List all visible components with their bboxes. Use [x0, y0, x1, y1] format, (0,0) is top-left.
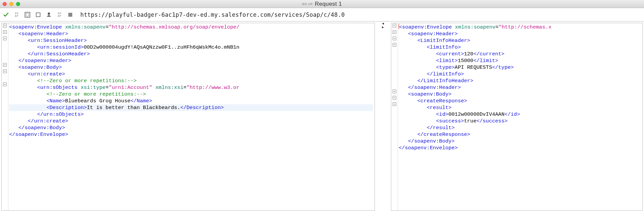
arrow-left-icon: ◀ [382, 22, 384, 25]
svg-point-3 [48, 12, 50, 15]
fold-toggle[interactable] [393, 43, 396, 47]
request-pane: <soapenv:Envelope xmlns:soapenv="http://… [1, 23, 375, 211]
fold-toggle[interactable] [3, 37, 7, 40]
fold-toggle[interactable] [3, 69, 7, 73]
request-fold-gutter[interactable] [2, 23, 8, 210]
auth-stamp-button[interactable] [44, 10, 54, 19]
request-xml-editor[interactable]: <soapenv:Envelope xmlns:soapenv="http://… [8, 23, 375, 210]
window-titlebar: SO AP Request 1 [0, 0, 644, 8]
fold-toggle[interactable] [3, 83, 7, 86]
stop-button[interactable] [33, 10, 43, 19]
close-window-button[interactable] [3, 2, 7, 6]
toolbar: SOAP SOAP [0, 8, 644, 21]
fold-toggle[interactable] [393, 30, 396, 34]
split-handle[interactable]: ◀ ▶ [376, 21, 390, 212]
endpoint-url-input[interactable] [78, 10, 643, 19]
svg-rect-4 [48, 15, 50, 16]
fold-toggle[interactable] [393, 24, 396, 28]
response-pane: <soapenv:Envelope xmlns:soapenv="http://… [391, 23, 643, 211]
svg-rect-0 [25, 12, 30, 17]
response-xml-viewer[interactable]: <soapenv:Envelope xmlns:soapenv="http://… [398, 23, 642, 210]
fold-toggle[interactable] [3, 30, 7, 34]
main-split: <soapenv:Envelope xmlns:soapenv="http://… [0, 21, 644, 212]
soap-icon[interactable]: SOAP [12, 10, 21, 19]
svg-rect-6 [68, 13, 72, 17]
svg-rect-2 [36, 13, 40, 17]
square-icon[interactable] [66, 10, 75, 19]
soap-icon-secondary[interactable]: SOAP [55, 10, 64, 19]
svg-rect-1 [26, 13, 29, 16]
zoom-window-button[interactable] [16, 2, 20, 6]
traffic-lights [3, 2, 20, 6]
send-request-button[interactable] [1, 10, 11, 19]
fold-toggle[interactable] [393, 37, 396, 40]
svg-rect-5 [47, 16, 51, 17]
window-title: Request 1 [315, 1, 342, 7]
minimize-window-button[interactable] [9, 2, 13, 6]
fold-toggle[interactable] [3, 24, 7, 28]
fold-toggle[interactable] [393, 96, 396, 100]
fold-toggle[interactable] [3, 63, 7, 67]
fold-toggle[interactable] [393, 102, 396, 106]
arrow-right-icon: ▶ [382, 26, 384, 29]
screenshot-tool-button[interactable] [23, 10, 32, 19]
fold-toggle[interactable] [393, 90, 396, 93]
response-fold-gutter[interactable] [391, 23, 398, 210]
app-icon: SO AP [302, 3, 313, 5]
